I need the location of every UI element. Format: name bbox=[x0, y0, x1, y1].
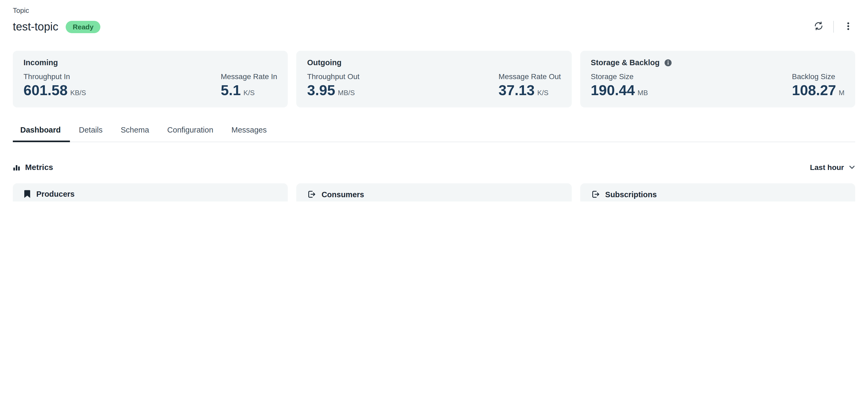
metric-unit: K/S bbox=[243, 89, 255, 97]
bookmark-icon bbox=[24, 190, 31, 198]
metric-value: 5.1K/S bbox=[221, 82, 277, 99]
metric-unit: MB/S bbox=[338, 89, 355, 97]
spark-card-title: Producers bbox=[36, 190, 74, 198]
stat-cards-row: Incoming Throughput In 601.58KB/S Messag… bbox=[13, 51, 855, 108]
metric-label: Throughput In bbox=[24, 72, 86, 81]
more-menu-button[interactable] bbox=[841, 19, 855, 34]
storage-backlog-card: Storage & Backlog Storage Size 190.44MB bbox=[580, 51, 855, 108]
refresh-icon bbox=[813, 21, 824, 33]
page-title: test-topic bbox=[13, 20, 58, 33]
spark-cards-row: Producers 1 Consumers bbox=[13, 183, 855, 202]
tab-dashboard[interactable]: Dashboard bbox=[13, 120, 70, 142]
metric-unit: MB bbox=[638, 89, 648, 97]
chevron-down-icon bbox=[849, 165, 855, 169]
refresh-button[interactable] bbox=[811, 19, 826, 35]
metric-block: Throughput Out 3.95MB/S bbox=[307, 72, 360, 99]
metric-label: Backlog Size bbox=[792, 72, 844, 81]
metric-block: Throughput In 601.58KB/S bbox=[24, 72, 86, 99]
topic-dashboard-page: Topic test-topic Ready bbox=[0, 0, 868, 202]
info-icon[interactable] bbox=[664, 59, 672, 66]
bar-chart-icon bbox=[13, 163, 20, 171]
metric-value: 108.27M bbox=[792, 82, 844, 99]
incoming-card: Incoming Throughput In 601.58KB/S Messag… bbox=[13, 51, 288, 108]
metric-value: 190.44MB bbox=[591, 82, 648, 99]
metric-value: 37.13K/S bbox=[499, 82, 561, 99]
subscriptions-card: Subscriptions 1 bbox=[580, 183, 855, 202]
divider bbox=[833, 21, 834, 33]
card-title: Storage & Backlog bbox=[591, 58, 659, 67]
metric-block: Message Rate In 5.1K/S bbox=[221, 72, 277, 99]
logout-icon bbox=[307, 190, 316, 199]
kebab-menu-icon bbox=[843, 21, 853, 32]
outgoing-card: Outgoing Throughput Out 3.95MB/S Message… bbox=[297, 51, 572, 108]
metric-label: Message Rate Out bbox=[499, 72, 561, 81]
card-title: Incoming bbox=[24, 58, 58, 67]
metrics-header: Metrics Last hour bbox=[13, 163, 855, 172]
metrics-section-title: Metrics bbox=[25, 163, 53, 172]
tab-schema[interactable]: Schema bbox=[112, 120, 158, 142]
metric-block: Storage Size 190.44MB bbox=[591, 72, 648, 99]
metric-value: 3.95MB/S bbox=[307, 82, 360, 99]
consumers-card: Consumers 1 bbox=[297, 183, 572, 202]
metric-unit: M bbox=[839, 89, 844, 97]
tab-configuration[interactable]: Configuration bbox=[158, 120, 223, 142]
metric-value: 601.58KB/S bbox=[24, 82, 86, 99]
tab-messages[interactable]: Messages bbox=[222, 120, 276, 142]
topbar-actions bbox=[811, 19, 855, 35]
tab-details[interactable]: Details bbox=[70, 120, 112, 142]
time-range-selector[interactable]: Last hour bbox=[810, 163, 855, 171]
logout-icon bbox=[591, 190, 600, 199]
producers-card: Producers 1 bbox=[13, 183, 288, 202]
title-row: test-topic Ready bbox=[13, 19, 855, 35]
metric-label: Message Rate In bbox=[221, 72, 277, 81]
metric-block: Backlog Size 108.27M bbox=[792, 72, 844, 99]
spark-card-title: Consumers bbox=[322, 190, 364, 199]
time-range-value: Last hour bbox=[810, 163, 844, 171]
metric-unit: K/S bbox=[537, 89, 549, 97]
breadcrumb: Topic bbox=[13, 6, 855, 15]
card-title: Outgoing bbox=[307, 58, 342, 67]
metric-label: Throughput Out bbox=[307, 72, 360, 81]
metric-block: Message Rate Out 37.13K/S bbox=[499, 72, 561, 99]
metric-unit: KB/S bbox=[70, 89, 86, 97]
spark-card-title: Subscriptions bbox=[605, 190, 657, 199]
tab-bar: Dashboard Details Schema Configuration M… bbox=[13, 120, 855, 142]
status-badge: Ready bbox=[66, 21, 100, 33]
metric-label: Storage Size bbox=[591, 72, 648, 81]
